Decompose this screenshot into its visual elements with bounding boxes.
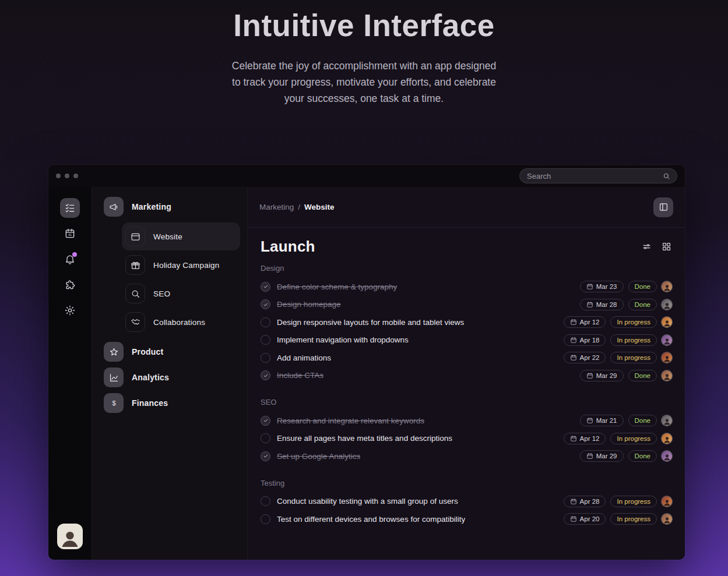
assignee-avatar[interactable] (662, 352, 672, 363)
due-date-badge[interactable]: Apr 18 (564, 334, 606, 346)
status-badge[interactable]: In progress (610, 316, 657, 328)
status-badge[interactable]: Done (628, 299, 657, 310)
task-row[interactable]: Implement navigation with dropdownsApr 1… (261, 331, 672, 349)
assignee-avatar[interactable] (662, 335, 672, 345)
status-badge[interactable]: In progress (610, 433, 657, 444)
window-control-dot[interactable] (65, 174, 69, 178)
check-icon (263, 418, 269, 423)
task-checkbox[interactable] (261, 282, 270, 292)
breadcrumb-bar: Marketing / Website (248, 187, 685, 228)
due-date-label: Apr 12 (580, 435, 600, 442)
sidebar-item-label: Product (132, 347, 163, 356)
sidebar-item-marketing[interactable]: Marketing (104, 197, 237, 217)
task-title: Add animations (277, 354, 331, 362)
due-date-badge[interactable]: Mar 29 (580, 370, 624, 381)
task-checkbox[interactable] (261, 451, 270, 461)
due-date-badge[interactable]: Mar 23 (580, 281, 624, 292)
assignee-avatar[interactable] (662, 317, 672, 327)
window-control-dot[interactable] (56, 174, 61, 178)
due-date-badge[interactable]: Apr 22 (564, 352, 606, 363)
window-control-dot[interactable] (73, 174, 78, 178)
calendar-small-icon (586, 301, 593, 308)
task-row[interactable]: Conduct usability testing with a small g… (261, 493, 672, 511)
task-row[interactable]: Test on different devices and browses fo… (261, 510, 672, 528)
status-badge[interactable]: Done (628, 370, 657, 381)
task-row[interactable]: Research and integrate relevant keywords… (261, 412, 672, 430)
profile-avatar[interactable] (57, 524, 83, 549)
search-input[interactable] (527, 172, 662, 181)
rail-calendar-button[interactable]: 31 (60, 224, 80, 243)
task-group-testing: TestingConduct usability testing with a … (261, 479, 672, 528)
assignee-avatar[interactable] (662, 415, 672, 426)
task-checkbox[interactable] (261, 353, 270, 363)
status-badge[interactable]: In progress (610, 513, 657, 525)
toggle-sidebar-button[interactable] (653, 197, 673, 217)
sidebar-item-holiday-campaign[interactable]: Holiday Campaign (122, 251, 240, 279)
task-checkbox[interactable] (261, 416, 270, 426)
rail-notifications-button[interactable] (60, 249, 80, 269)
breadcrumb-parent[interactable]: Marketing (259, 203, 294, 211)
due-date-badge[interactable]: Apr 28 (564, 496, 606, 507)
task-checkbox[interactable] (261, 317, 270, 327)
task-row[interactable]: Set up Google AnalyticsMar 29Done (261, 447, 672, 465)
task-checkbox[interactable] (261, 335, 270, 345)
task-checkbox[interactable] (261, 299, 270, 309)
sidebar-item-website[interactable]: Website (122, 222, 240, 250)
grid-view-button[interactable] (661, 241, 672, 252)
sidebar-item-seo[interactable]: SEO (122, 280, 240, 308)
assignee-avatar[interactable] (662, 496, 672, 507)
sidebar-nav: MarketingWebsiteHoliday CampaignSEOColla… (104, 197, 237, 413)
due-date-badge[interactable]: Apr 12 (564, 316, 606, 328)
status-badge[interactable]: Done (628, 415, 657, 426)
person-icon (663, 301, 671, 310)
due-date-badge[interactable]: Apr 12 (564, 433, 606, 444)
assignee-avatar[interactable] (662, 433, 672, 444)
check-icon (263, 284, 269, 289)
due-date-badge[interactable]: Mar 28 (580, 299, 624, 310)
task-checkbox[interactable] (261, 370, 270, 380)
assignee-avatar[interactable] (662, 281, 672, 292)
assignee-avatar[interactable] (662, 370, 672, 381)
assignee-avatar[interactable] (662, 451, 672, 461)
sidebar-item-collaborations[interactable]: Collaborations (122, 308, 240, 336)
task-title: Implement navigation with dropdowns (277, 335, 409, 344)
sidebar-subitem-label: Collaborations (153, 318, 205, 327)
status-badge[interactable]: Done (628, 281, 657, 292)
task-checkbox[interactable] (261, 514, 270, 524)
task-checkbox[interactable] (261, 496, 270, 506)
due-date-badge[interactable]: Mar 21 (580, 415, 624, 426)
sidebar-item-product[interactable]: Product (104, 342, 237, 362)
icon-rail-items: 31 (60, 198, 80, 320)
person-icon (663, 354, 671, 363)
magnifier-icon (125, 284, 145, 303)
filter-button[interactable] (641, 241, 652, 252)
task-title: Research and integrate relevant keywords (277, 416, 424, 425)
status-label: Done (635, 372, 651, 379)
due-date-badge[interactable]: Mar 29 (580, 450, 624, 462)
sidebar-item-analytics[interactable]: Analytics (104, 367, 237, 387)
rail-settings-button[interactable] (60, 301, 80, 320)
search-bar[interactable] (519, 168, 677, 183)
task-meta: Apr 20In progress (564, 513, 672, 525)
due-date-badge[interactable]: Apr 20 (564, 513, 606, 525)
status-badge[interactable]: Done (628, 450, 657, 462)
task-checkbox[interactable] (261, 433, 270, 443)
due-date-label: Mar 21 (596, 417, 617, 424)
task-title: Design responsive layouts for mobile and… (277, 318, 464, 327)
assignee-avatar[interactable] (662, 299, 672, 310)
sidebar-item-finances[interactable]: $Finances (104, 393, 237, 413)
task-row[interactable]: Define color scheme & typographyMar 23Do… (261, 278, 672, 296)
task-row[interactable]: Design homepageMar 28Done (261, 296, 672, 314)
rail-integrations-button[interactable] (60, 275, 80, 295)
assignee-avatar[interactable] (662, 514, 672, 524)
task-row[interactable]: Add animationsApr 22In progress (261, 349, 672, 367)
task-row[interactable]: Include CTAsMar 29Done (261, 367, 672, 385)
icon-rail: 31 (48, 187, 92, 560)
status-badge[interactable]: In progress (610, 334, 657, 346)
status-badge[interactable]: In progress (610, 352, 657, 363)
status-badge[interactable]: In progress (610, 496, 657, 507)
task-row[interactable]: Ensure all pages have meta titles and de… (261, 430, 672, 448)
gear-icon (64, 305, 76, 316)
rail-tasks-button[interactable] (60, 198, 80, 218)
task-row[interactable]: Design responsive layouts for mobile and… (261, 313, 672, 331)
